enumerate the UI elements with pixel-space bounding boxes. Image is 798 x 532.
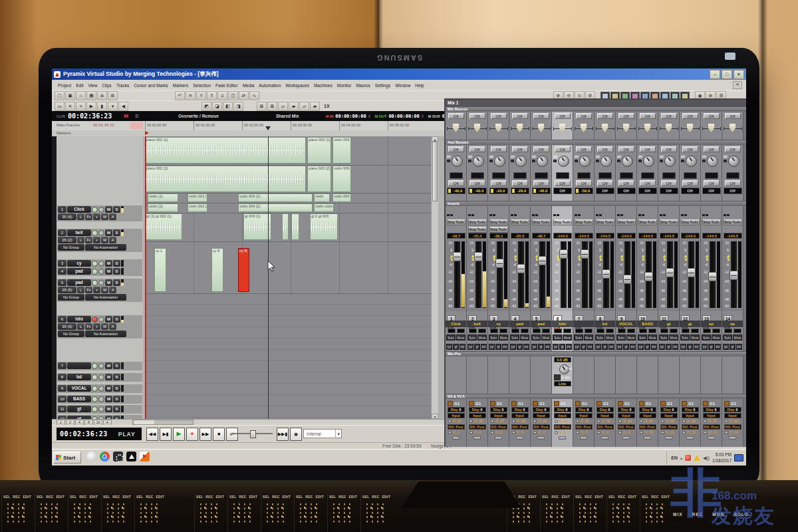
io-output-channel[interactable]: C: 2 (467, 430, 487, 435)
aux2-on-off-button[interactable]: Off (491, 180, 507, 186)
channel-sf-button[interactable]: SF (702, 344, 708, 350)
io-direct-out-display[interactable]: DO: Post (469, 424, 486, 430)
fader-handle[interactable] (538, 256, 547, 265)
mix-bus-assign-button[interactable]: Off (682, 113, 698, 119)
io-direct-out-display[interactable]: DO: Post (660, 424, 678, 430)
io-input-button[interactable]: Input (554, 413, 571, 418)
menu-item[interactable]: Markers (171, 83, 190, 88)
io-output-channel[interactable]: C: 4 (509, 430, 530, 435)
mute-indicator[interactable]: M (124, 113, 128, 119)
io-delay-display[interactable]: Dlay0 (724, 407, 741, 412)
fader-track[interactable] (475, 241, 481, 308)
aux2-on-off-button[interactable]: Off (448, 180, 464, 186)
duplicate-icon[interactable]: ◫ (228, 91, 238, 100)
track-fx-icon[interactable]: Fx (85, 213, 92, 220)
aux-pf-label[interactable]: PF (724, 155, 728, 159)
channel-sf-button[interactable]: SF (446, 344, 452, 350)
io-input-channel[interactable]: C: 32 (595, 418, 615, 424)
track-monitor-dot[interactable] (92, 261, 98, 267)
io-delay-display[interactable]: Dlay0 (618, 407, 635, 412)
audio-clip[interactable] (282, 213, 289, 240)
track-monitor-dot[interactable] (92, 374, 98, 380)
channel-mute-button[interactable]: Mute (648, 334, 657, 340)
io-bottom-button[interactable] (729, 436, 736, 440)
io-group-icon[interactable] (490, 401, 495, 406)
trim-right-icon[interactable]: ⊠ (267, 102, 277, 111)
mix-bus-assign-button[interactable]: Off (533, 113, 549, 119)
track-mute-button[interactable]: M (105, 260, 112, 267)
audio-clip[interactable]: violin 002 (2) (188, 203, 207, 212)
io-output-channel[interactable]: C: 8 (595, 430, 615, 435)
aux-pf-label[interactable]: PF (660, 155, 664, 159)
fader-handle[interactable] (730, 271, 738, 280)
aux-pf-label[interactable]: PF (681, 155, 685, 159)
pan-slider[interactable] (447, 122, 466, 136)
track-number-button[interactable]: 5 (58, 279, 66, 286)
mix-bus-assign-button[interactable]: Off (597, 113, 613, 119)
track-input-dot[interactable] (98, 386, 104, 392)
track-monitor-dot[interactable] (92, 280, 98, 286)
menu-item[interactable]: Media (241, 83, 257, 88)
io-direct-out-display[interactable]: DO: Post (575, 424, 593, 430)
io-input-channel[interactable]: C: 26 (467, 418, 487, 424)
strip-tools-button[interactable]: Strip Tools (638, 219, 657, 225)
track-solo-button[interactable]: S (113, 268, 120, 275)
io-direct-out-display[interactable]: DO: Post (511, 424, 529, 430)
track-mute-button[interactable]: M (105, 396, 112, 402)
audio-clip[interactable] (291, 213, 299, 240)
aux-pf-label[interactable]: PF (638, 155, 642, 159)
track-name-button[interactable]: BASS (67, 396, 91, 402)
track-speaker-icon[interactable]: ◖ (93, 213, 100, 220)
io-delay-display[interactable]: Dlay0 (469, 407, 486, 412)
channel-mute-button[interactable]: Mute (477, 334, 487, 340)
aux-on-off-button[interactable]: Off (597, 146, 613, 152)
io-delay-display[interactable]: Dlay0 (703, 407, 720, 412)
horizontal-scrollbar[interactable] (132, 420, 194, 425)
track-input-dot[interactable] (98, 269, 104, 275)
aux2-on-off-button[interactable]: Off (682, 180, 698, 186)
aux-send-knob[interactable] (643, 156, 654, 167)
mix-bus-assign-button[interactable]: Off (469, 113, 485, 119)
mix-bus-assign-button[interactable]: Off (661, 113, 677, 119)
track-number-button[interactable]: 4 (58, 268, 66, 275)
fader-track[interactable] (539, 241, 545, 308)
fader-track[interactable] (518, 241, 524, 308)
language-indicator[interactable]: EN (671, 456, 678, 460)
close-button[interactable]: ✕ (733, 70, 744, 79)
remove-icon[interactable]: ✕ (65, 102, 75, 111)
aux-send-knob[interactable] (686, 156, 697, 167)
tray-security-icon[interactable] (694, 455, 700, 461)
fade-out-icon[interactable]: ◪ (212, 102, 222, 111)
track-no-group-button[interactable]: No Group (58, 244, 84, 251)
track-lock-icon[interactable]: L (77, 213, 84, 220)
aux2-on-off-button[interactable]: Off (555, 180, 571, 186)
channel-phase-button[interactable]: Ø (623, 344, 629, 350)
track-monitor-dot[interactable] (92, 386, 98, 392)
chase-button[interactable]: ▶▶▮ (277, 428, 289, 441)
aux-on-off-button[interactable]: Off (618, 146, 634, 152)
track-name-button[interactable]: pad (67, 279, 91, 286)
channel-sf-button[interactable]: SF (659, 344, 665, 350)
channel-sf-button[interactable]: SF (680, 344, 686, 350)
aux-pf-label[interactable]: PF (511, 155, 515, 159)
track-write-icon[interactable]: W (101, 323, 108, 330)
io-input-button[interactable]: Input (448, 413, 465, 418)
io-direct-out-display[interactable]: DO: Post (703, 424, 720, 430)
goto-icon[interactable]: ◀ (118, 102, 128, 111)
aux-send-knob[interactable] (600, 156, 612, 167)
track-number-button[interactable]: 1 (58, 206, 66, 213)
channel-solo-button[interactable]: Solo (510, 334, 519, 340)
track-number-button[interactable]: 10 (58, 396, 66, 402)
audio-clip[interactable]: gt 0 gt 003 (310, 213, 338, 240)
swap-icon[interactable]: ⇄ (239, 91, 249, 100)
aux-send-knob[interactable] (558, 156, 569, 167)
track-number-button[interactable]: 7 (58, 362, 66, 369)
aux2-on-off-button[interactable]: Off (640, 180, 656, 186)
aux2-on-off-button[interactable]: Off (725, 180, 741, 186)
io-bottom-button[interactable] (495, 436, 502, 440)
mix-bus-assign-button[interactable]: Off (704, 113, 720, 119)
io-bottom-button[interactable] (516, 436, 523, 440)
io-input-channel[interactable]: C: 28 (509, 418, 530, 424)
io-input-button[interactable]: Input (639, 413, 656, 418)
track-fx-icon[interactable]: Fx (85, 237, 92, 243)
